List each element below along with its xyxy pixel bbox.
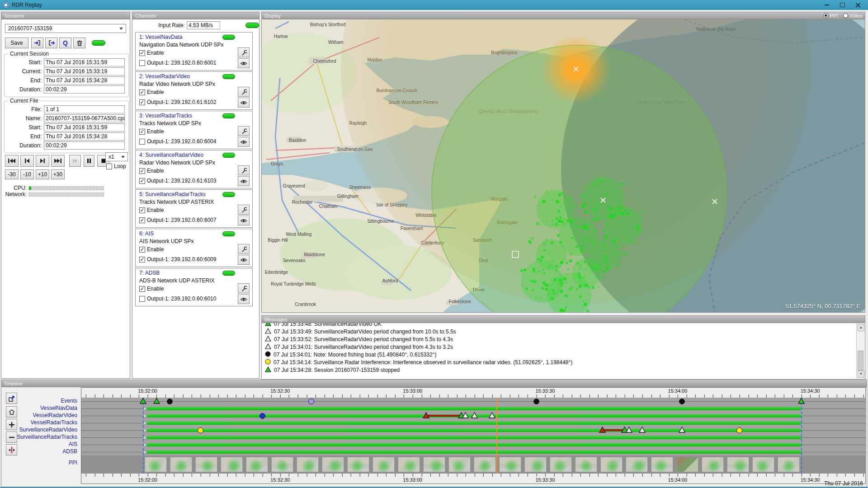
timeline-marker-triangle-green[interactable]	[798, 398, 805, 405]
output-checkbox[interactable]: ✓	[139, 257, 145, 263]
channel-data-bar[interactable]	[147, 436, 802, 439]
timeline-marker-circle-yellow[interactable]	[198, 427, 203, 433]
timeline-marker-triangle-green[interactable]	[140, 398, 146, 405]
timeline-marker-triangle-red[interactable]	[599, 427, 606, 434]
message-row[interactable]: 07 Jul 15:34:01: Note: Moored fishing bo…	[265, 351, 857, 358]
loop-checkbox[interactable]	[106, 164, 112, 169]
timeline-marker-circle-black[interactable]	[533, 399, 539, 404]
ppi-thumbnail[interactable]	[575, 457, 597, 472]
session-select[interactable]: 20160707-153159	[5, 24, 126, 33]
save-button[interactable]: Save	[5, 38, 28, 48]
channel-data-bar[interactable]	[147, 429, 802, 432]
export-session-button[interactable]	[45, 38, 57, 48]
query-button[interactable]: Q	[59, 38, 71, 48]
message-row[interactable]: 07 Jul 15:33:52: SurveillanceRadarVideo …	[265, 335, 857, 343]
maximize-button[interactable]	[835, 0, 850, 9]
output-checkbox[interactable]	[139, 296, 145, 302]
pause-button[interactable]	[84, 155, 94, 167]
timeline-marker-triangle-white[interactable]	[462, 412, 469, 420]
ppi-thumbnail[interactable]	[423, 457, 445, 472]
ppi-thumbnail[interactable]	[499, 457, 521, 472]
enable-checkbox[interactable]: ✓	[139, 207, 145, 213]
timeline-marker-circle-yellow[interactable]	[736, 427, 742, 433]
channel-bar-handle[interactable]	[143, 450, 146, 454]
step-forward-button[interactable]	[36, 155, 49, 167]
message-row[interactable]: 07 Jul 15:33:49: SurveillanceRadarVideo …	[265, 328, 857, 335]
ppi-thumbnail[interactable]	[246, 457, 268, 472]
channel-bar-handle[interactable]	[143, 414, 146, 418]
channel-view-button[interactable]	[238, 98, 250, 108]
output-checkbox[interactable]	[139, 60, 145, 66]
ppi-thumbnail[interactable]	[550, 457, 572, 472]
ppi-thumbnail[interactable]	[145, 457, 167, 472]
channel-bar-handle[interactable]	[143, 429, 146, 432]
channel-data-bar[interactable]	[147, 407, 802, 410]
speed-select[interactable]: x1	[105, 152, 128, 161]
timeline-marker-triangle-white[interactable]	[471, 412, 478, 420]
ppi-thumbnail[interactable]	[398, 457, 420, 472]
scrollbar-thumb[interactable]	[858, 351, 863, 371]
step-back-button[interactable]	[20, 155, 34, 167]
ppi-thumbnail[interactable]	[322, 457, 344, 472]
timeline-marker-triangle-red[interactable]	[423, 412, 429, 420]
ppi-thumbnail[interactable]	[778, 457, 800, 472]
ppi-thumbnail[interactable]	[170, 457, 192, 472]
channel-view-button[interactable]	[238, 255, 250, 265]
timeline-marker-circle-blue[interactable]	[259, 413, 265, 419]
seek-button-+30[interactable]: +30	[51, 169, 65, 179]
map-canvas[interactable]: Bishop's StortfordHarlowWithamChelmsford…	[262, 19, 865, 312]
import-session-button[interactable]	[31, 38, 43, 48]
ppi-thumbnail[interactable]	[702, 457, 724, 472]
channel-bar-handle[interactable]	[143, 436, 146, 439]
scroll-up-arrow[interactable]: ▲	[858, 324, 864, 331]
ppi-thumbnail[interactable]	[600, 457, 623, 472]
enable-checkbox[interactable]: ✓	[139, 50, 145, 56]
enable-checkbox[interactable]: ✓	[139, 168, 145, 174]
ppi-thumbnail[interactable]	[347, 457, 369, 472]
channel-bar-handle[interactable]	[143, 407, 146, 410]
seek-button-+10[interactable]: +10	[36, 169, 49, 179]
output-checkbox[interactable]: ✓	[139, 178, 145, 184]
timeline-marker-circle-black[interactable]	[167, 399, 173, 404]
ppi-thumbnail[interactable]	[221, 457, 243, 472]
message-row[interactable]: 07 Jul 15:34:01: SurveillanceRadarVideo …	[265, 343, 857, 351]
channel-bar-handle[interactable]	[143, 443, 146, 446]
channel-view-button[interactable]	[238, 58, 250, 68]
scroll-down-arrow[interactable]: ▼	[858, 371, 864, 378]
seek-button--30[interactable]: -30	[5, 169, 19, 179]
channel-view-button[interactable]	[238, 294, 250, 304]
ppi-thumbnail[interactable]	[651, 457, 673, 472]
timeline-body[interactable]	[81, 398, 865, 474]
channel-settings-button[interactable]	[238, 165, 250, 175]
ppi-thumbnail[interactable]	[626, 457, 648, 472]
ppi-thumbnail[interactable]	[474, 457, 496, 472]
ppi-mode-radio[interactable]: PPI	[823, 13, 838, 19]
skip-to-start-button[interactable]	[5, 155, 19, 167]
channel-settings-button[interactable]	[238, 126, 250, 136]
channel-data-bar[interactable]	[147, 450, 802, 454]
timeline-marker-triangle-green[interactable]	[153, 398, 160, 405]
timeline-marker-circle-black[interactable]	[679, 399, 685, 404]
channel-view-button[interactable]	[238, 216, 250, 225]
message-row[interactable]: 07 Jul 15:34:28: Session 20160707-153159…	[265, 366, 857, 374]
skip-to-end-button[interactable]	[51, 155, 65, 167]
enable-checkbox[interactable]: ✓	[139, 247, 145, 253]
play-button[interactable]	[69, 155, 81, 167]
messages-list-viewport[interactable]: 07 Jul 15:33:48: SurveillanceRadarVideo …	[262, 323, 857, 379]
delete-session-button[interactable]	[73, 38, 85, 48]
message-row[interactable]: 07 Jul 15:33:48: SurveillanceRadarVideo …	[265, 323, 857, 328]
timeline-marker-circle-purple[interactable]	[308, 399, 314, 404]
output-checkbox[interactable]: ✓	[139, 99, 145, 105]
ppi-thumbnail[interactable]	[524, 457, 547, 472]
timeline-marker-triangle-white[interactable]	[626, 427, 632, 434]
ppi-thumbnail[interactable]	[727, 457, 749, 472]
ppi-thumbnail[interactable]	[448, 457, 471, 472]
channel-data-bar[interactable]	[147, 422, 802, 425]
channel-settings-button[interactable]	[238, 47, 250, 57]
minimize-button[interactable]	[819, 0, 835, 9]
ppi-thumbnail[interactable]	[297, 457, 319, 472]
messages-scrollbar[interactable]: ▲ ▼	[856, 323, 864, 379]
channel-view-button[interactable]	[238, 137, 250, 147]
channel-settings-button[interactable]	[238, 283, 250, 293]
close-button[interactable]	[850, 0, 865, 9]
